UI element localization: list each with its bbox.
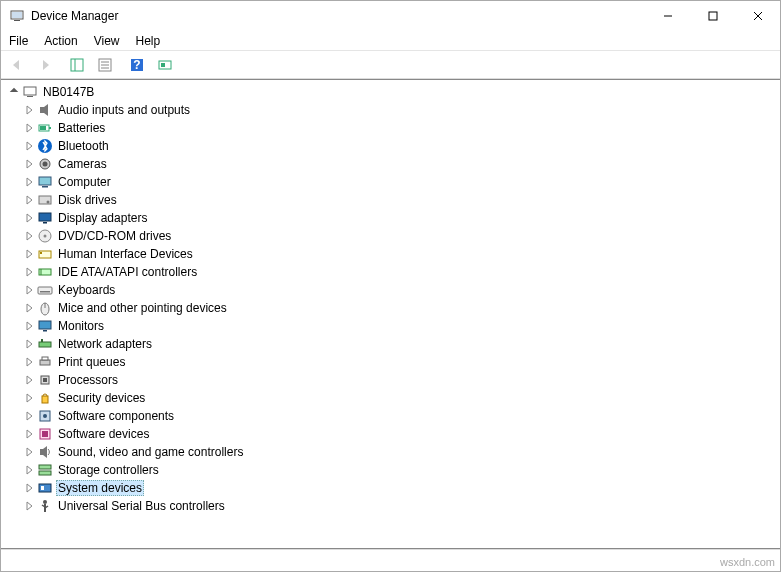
tree-node-label: IDE ATA/ATAPI controllers — [56, 265, 199, 279]
expand-icon[interactable] — [22, 481, 36, 495]
svg-rect-46 — [40, 360, 50, 365]
minimize-button[interactable] — [645, 1, 690, 31]
tree-node-computer[interactable]: Computer — [22, 173, 778, 191]
expand-icon[interactable] — [22, 229, 36, 243]
scan-hardware-button[interactable] — [153, 54, 177, 76]
expand-icon[interactable] — [22, 427, 36, 441]
properties-button[interactable] — [93, 54, 117, 76]
tree-node-universal-serial-bus-controllers[interactable]: Universal Serial Bus controllers — [22, 497, 778, 515]
tree-node-label: Audio inputs and outputs — [56, 103, 192, 117]
svg-rect-19 — [40, 107, 44, 113]
tree-node-dvd-cd-rom-drives[interactable]: DVD/CD-ROM drives — [22, 227, 778, 245]
maximize-button[interactable] — [690, 1, 735, 31]
help-button[interactable]: ? — [125, 54, 149, 76]
display-icon — [37, 210, 53, 226]
battery-icon — [37, 120, 53, 136]
show-hide-tree-button[interactable] — [65, 54, 89, 76]
svg-rect-44 — [39, 342, 51, 347]
cpu-icon — [37, 372, 53, 388]
tree-node-storage-controllers[interactable]: Storage controllers — [22, 461, 778, 479]
expand-icon[interactable] — [22, 175, 36, 189]
tree-node-label: Sound, video and game controllers — [56, 445, 245, 459]
tree-node-software-components[interactable]: Software components — [22, 407, 778, 425]
tree-node-human-interface-devices[interactable]: Human Interface Devices — [22, 245, 778, 263]
svg-rect-35 — [40, 252, 42, 254]
status-bar — [1, 549, 780, 571]
menu-action[interactable]: Action — [44, 34, 77, 48]
expand-icon[interactable] — [22, 247, 36, 261]
menu-help[interactable]: Help — [136, 34, 161, 48]
svg-point-25 — [43, 162, 48, 167]
device-tree[interactable]: NB0147B Audio inputs and outputsBatterie… — [1, 79, 780, 549]
expand-icon[interactable] — [22, 499, 36, 513]
svg-rect-54 — [42, 431, 48, 437]
dvd-icon — [37, 228, 53, 244]
tree-node-security-devices[interactable]: Security devices — [22, 389, 778, 407]
tree-node-batteries[interactable]: Batteries — [22, 119, 778, 137]
expand-icon[interactable] — [22, 265, 36, 279]
svg-point-33 — [44, 235, 47, 238]
tree-node-processors[interactable]: Processors — [22, 371, 778, 389]
tree-node-audio-inputs-and-outputs[interactable]: Audio inputs and outputs — [22, 101, 778, 119]
svg-rect-4 — [709, 12, 717, 20]
camera-icon — [37, 156, 53, 172]
forward-button[interactable] — [33, 54, 57, 76]
tree-node-ide-ata-atapi-controllers[interactable]: IDE ATA/ATAPI controllers — [22, 263, 778, 281]
expand-icon[interactable] — [22, 211, 36, 225]
expand-icon[interactable] — [22, 463, 36, 477]
tree-node-label: Keyboards — [56, 283, 117, 297]
svg-rect-59 — [41, 486, 44, 490]
svg-rect-22 — [40, 126, 46, 130]
tree-root-node[interactable]: NB0147B — [3, 83, 778, 101]
root-label: NB0147B — [41, 85, 96, 99]
expand-icon[interactable] — [22, 193, 36, 207]
kbd-icon — [37, 282, 53, 298]
expand-icon[interactable] — [22, 121, 36, 135]
tree-node-label: Print queues — [56, 355, 127, 369]
tree-node-system-devices[interactable]: System devices — [22, 479, 778, 497]
tree-node-cameras[interactable]: Cameras — [22, 155, 778, 173]
expand-icon[interactable] — [22, 157, 36, 171]
tree-node-keyboards[interactable]: Keyboards — [22, 281, 778, 299]
tree-node-mice-and-other-pointing-devices[interactable]: Mice and other pointing devices — [22, 299, 778, 317]
expand-icon[interactable] — [22, 445, 36, 459]
svg-rect-55 — [40, 449, 43, 455]
tree-node-label: Network adapters — [56, 337, 154, 351]
tree-node-label: Mice and other pointing devices — [56, 301, 229, 315]
expand-icon[interactable] — [22, 355, 36, 369]
svg-rect-49 — [43, 378, 47, 382]
tree-node-network-adapters[interactable]: Network adapters — [22, 335, 778, 353]
back-button[interactable] — [5, 54, 29, 76]
mouse-icon — [37, 300, 53, 316]
menu-file[interactable]: File — [9, 34, 28, 48]
tree-node-display-adapters[interactable]: Display adapters — [22, 209, 778, 227]
expand-icon[interactable] — [22, 301, 36, 315]
swc-icon — [37, 408, 53, 424]
expand-icon[interactable] — [22, 283, 36, 297]
expand-icon[interactable] — [22, 319, 36, 333]
expand-icon[interactable] — [22, 373, 36, 387]
svg-rect-45 — [41, 339, 43, 342]
tree-node-label: Computer — [56, 175, 113, 189]
svg-rect-43 — [43, 330, 47, 332]
menu-view[interactable]: View — [94, 34, 120, 48]
svg-rect-1 — [14, 20, 20, 21]
tree-node-label: Processors — [56, 373, 120, 387]
svg-rect-7 — [71, 59, 83, 71]
collapse-icon[interactable] — [7, 85, 21, 99]
tree-node-software-devices[interactable]: Software devices — [22, 425, 778, 443]
tree-node-sound-video-and-game-controllers[interactable]: Sound, video and game controllers — [22, 443, 778, 461]
expand-icon[interactable] — [22, 139, 36, 153]
expand-icon[interactable] — [22, 103, 36, 117]
expand-icon[interactable] — [22, 391, 36, 405]
tree-node-label: Bluetooth — [56, 139, 111, 153]
expand-icon[interactable] — [22, 337, 36, 351]
usb-icon — [37, 498, 53, 514]
tree-node-disk-drives[interactable]: Disk drives — [22, 191, 778, 209]
tree-node-bluetooth[interactable]: Bluetooth — [22, 137, 778, 155]
tree-node-monitors[interactable]: Monitors — [22, 317, 778, 335]
close-button[interactable] — [735, 1, 780, 31]
titlebar[interactable]: Device Manager — [1, 1, 780, 31]
tree-node-print-queues[interactable]: Print queues — [22, 353, 778, 371]
expand-icon[interactable] — [22, 409, 36, 423]
